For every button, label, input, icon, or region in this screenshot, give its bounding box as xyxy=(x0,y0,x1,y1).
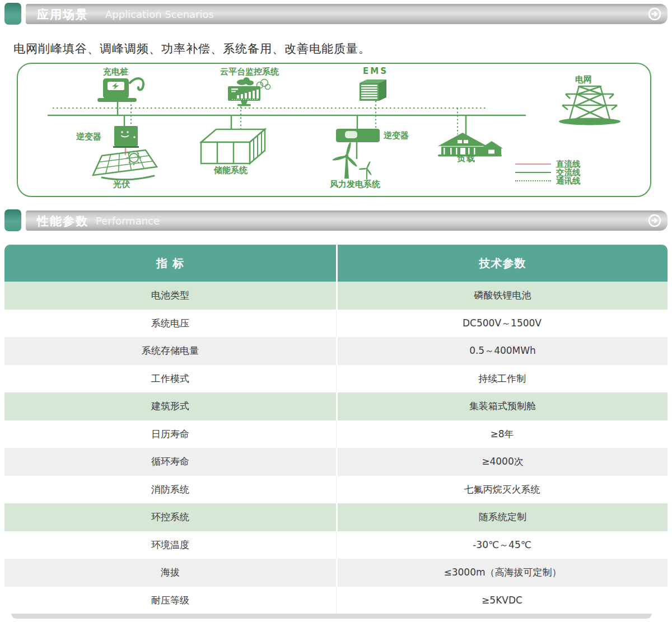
section-title-en: Application Scenarios xyxy=(105,8,214,20)
section-bar-body: 性能参数Performance xyxy=(26,211,668,231)
section-header-performance: 性能参数Performance xyxy=(4,209,668,232)
inverter-left-icon xyxy=(113,126,139,148)
table-row: 系统电压 DC500V～1500V xyxy=(4,310,668,338)
label-ems: EMS xyxy=(363,66,388,76)
section-bar-body: 应用场景Application Scenarios xyxy=(26,4,668,24)
label-cloud-platform: 云平台监控系统 xyxy=(220,67,279,77)
indicator-cell: 耐压等级 xyxy=(4,587,336,615)
inverter-right-icon xyxy=(336,129,380,142)
application-description: 电网削峰填谷、调峰调频、功率补偿、系统备用、改善电能质量。 xyxy=(13,41,371,57)
value-cell: 七氟丙烷灭火系统 xyxy=(336,476,668,504)
section-title-en: Performance xyxy=(96,215,160,227)
value-cell: 集装箱式预制舱 xyxy=(336,392,668,420)
value-cell: ≤3000m（高海拔可定制） xyxy=(336,559,668,587)
value-cell: ≥8年 xyxy=(336,420,668,448)
legend-label-comm: 通讯线 xyxy=(556,176,581,186)
indicator-cell: 电池类型 xyxy=(4,282,336,310)
teal-chip xyxy=(4,3,21,25)
table-row: 日历寿命 ≥8年 xyxy=(4,420,668,448)
charging-pile-icon xyxy=(97,78,143,102)
label-pv: 光伏 xyxy=(113,179,130,190)
table-row: 环控系统 随系统定制 xyxy=(4,503,668,531)
indicator-cell: 环控系统 xyxy=(4,503,336,531)
wind-turbine-icon xyxy=(332,142,372,180)
dc-line-sample xyxy=(515,163,551,165)
grid-tower-icon xyxy=(559,86,620,125)
value-cell: 持续工作制 xyxy=(336,365,668,393)
indicator-cell: 环境温度 xyxy=(4,531,336,559)
section-header-application-scenarios: 应用场景Application Scenarios xyxy=(4,3,668,25)
section-title-zh: 性能参数 xyxy=(37,214,88,228)
indicator-cell: 工作模式 xyxy=(4,365,336,393)
value-cell: 磷酸铁锂电池 xyxy=(336,282,668,310)
table-header-indicator: 指 标 xyxy=(4,245,336,282)
table-row: 循环寿命 ≥4000次 xyxy=(4,448,668,476)
storage-container-icon xyxy=(201,129,265,163)
connector-lines xyxy=(118,101,466,159)
table-header-value: 技术参数 xyxy=(336,245,668,282)
value-cell: -30℃～45℃ xyxy=(336,531,668,559)
value-cell: 0.5～400MWh xyxy=(336,337,668,365)
table-header-row: 指 标 技术参数 xyxy=(4,245,668,282)
table-row: 环境温度 -30℃～45℃ xyxy=(4,531,668,559)
value-cell: ≥4000次 xyxy=(336,448,668,476)
performance-table: 指 标 技术参数 电池类型 磷酸铁锂电池 系统电压 DC500V～1500V 系… xyxy=(4,245,668,614)
table-bottom-shadow xyxy=(11,614,652,619)
cloud-monitor-icon xyxy=(228,77,270,106)
table-row: 系统存储电量 0.5～400MWh xyxy=(4,337,668,365)
label-load: 负载 xyxy=(457,153,476,164)
value-cell: ≥5KVDC xyxy=(336,587,668,615)
indicator-cell: 海拔 xyxy=(4,559,336,587)
indicator-cell: 建筑形式 xyxy=(4,392,336,420)
comm-line-sample xyxy=(515,180,551,181)
indicator-cell: 日历寿命 xyxy=(4,420,336,448)
indicator-cell: 循环寿命 xyxy=(4,448,336,476)
arrow-circle-icon xyxy=(648,214,661,227)
table-row: 工作模式 持续工作制 xyxy=(4,365,668,393)
table-row: 海拔 ≤3000m（高海拔可定制） xyxy=(4,559,668,587)
value-cell: 随系统定制 xyxy=(336,503,668,531)
section-title-zh: 应用场景 xyxy=(37,8,88,21)
table-row: 建筑形式 集装箱式预制舱 xyxy=(4,392,668,420)
teal-chip xyxy=(4,209,21,231)
label-inverter-left: 逆变器 xyxy=(76,132,101,142)
legend-item-comm: 通讯线 xyxy=(515,176,581,185)
ems-cabinet-icon xyxy=(360,79,386,101)
ac-line-sample xyxy=(515,172,551,173)
label-wind: 风力发电系统 xyxy=(330,179,380,190)
indicator-cell: 系统电压 xyxy=(4,310,336,338)
table-row: 耐压等级 ≥5KVDC xyxy=(4,587,668,615)
value-cell: DC500V～1500V xyxy=(336,310,668,338)
table-row: 电池类型 磷酸铁锂电池 xyxy=(4,282,668,310)
indicator-cell: 消防系统 xyxy=(4,476,336,504)
page: 应用场景Application Scenarios 电网削峰填谷、调峰调频、功率… xyxy=(0,0,672,622)
label-grid: 电网 xyxy=(575,74,592,85)
label-storage: 储能系统 xyxy=(214,165,248,176)
indicator-cell: 系统存储电量 xyxy=(4,337,336,365)
label-inverter-right: 逆变器 xyxy=(384,130,409,141)
arrow-circle-icon xyxy=(648,7,661,21)
system-diagram: 充电桩 云平台监控系统 EMS 电网 逆变器 光伏 储能系统 风力发电系统 逆变… xyxy=(17,63,651,197)
label-charging-pile: 充电桩 xyxy=(103,67,128,77)
table-row: 消防系统 七氟丙烷灭火系统 xyxy=(4,476,668,504)
